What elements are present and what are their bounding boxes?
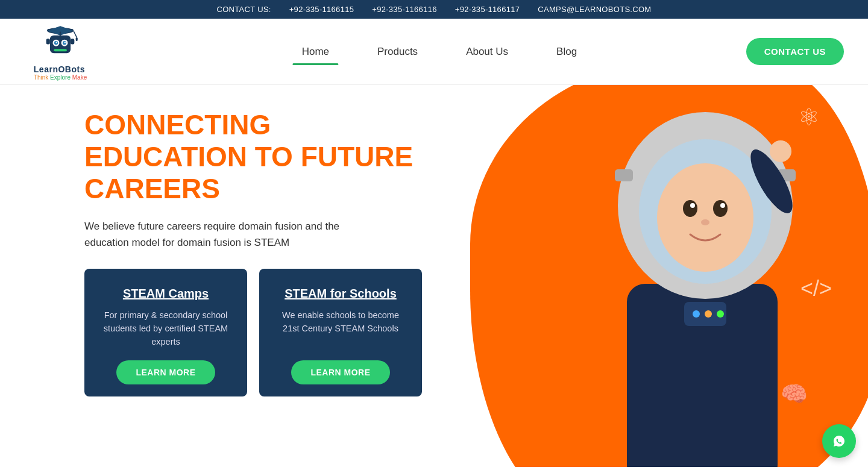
svg-point-25 <box>720 203 725 208</box>
nav-home[interactable]: Home <box>278 40 353 64</box>
svg-rect-27 <box>615 169 633 181</box>
hero-subtext: We believe future careers require domain… <box>84 218 386 251</box>
logo-icon <box>36 22 84 64</box>
svg-point-21 <box>657 163 753 272</box>
card-2-desc: We enable schools to become 21st Century… <box>274 309 407 336</box>
nav-blog[interactable]: Blog <box>532 40 601 64</box>
svg-point-32 <box>693 310 700 318</box>
logo[interactable]: LearnOBots Think Explore Make <box>24 22 96 81</box>
svg-point-22 <box>683 200 697 217</box>
nav-products[interactable]: Products <box>353 40 442 64</box>
card-1-desc: For primary & secondary school students … <box>99 309 233 348</box>
svg-rect-13 <box>54 49 67 51</box>
logo-tagline: Think Explore Make <box>34 74 87 81</box>
card-1-title: STEAM Camps <box>99 287 233 301</box>
contact-us-button[interactable]: CONTACT US <box>746 38 844 65</box>
svg-point-26 <box>701 219 709 225</box>
top-bar: CONTACT US: +92-335-1166115 +92-335-1166… <box>0 0 868 19</box>
tagline-explore: Explore <box>50 74 71 81</box>
phone-2: +92-335-1166116 <box>372 5 437 14</box>
svg-point-34 <box>717 310 724 318</box>
svg-rect-5 <box>76 37 78 41</box>
left-panel: CONNECTING EDUCATION TO FUTURE CAREERS W… <box>0 85 458 467</box>
card-1-learn-more[interactable]: LEARN MORE <box>116 360 215 384</box>
steam-schools-card: STEAM for Schools We enable schools to b… <box>259 269 422 396</box>
hero-image-area: 🚀 ⚛ 🌐 🛰 </> 🧠 🛸 ☁ <box>434 85 868 467</box>
hero-child-illustration <box>567 85 844 467</box>
svg-point-30 <box>770 140 791 162</box>
phone-1: +92-335-1166115 <box>289 5 354 14</box>
svg-point-23 <box>713 200 728 217</box>
card-2-title: STEAM for Schools <box>274 287 407 301</box>
svg-point-33 <box>705 310 712 318</box>
email: CAMPS@LEARNOBOTS.COM <box>538 5 651 14</box>
header: LearnOBots Think Explore Make Home Produ… <box>0 19 868 85</box>
hero-headline: CONNECTING EDUCATION TO FUTURE CAREERS <box>84 109 422 205</box>
tagline-think: Think <box>34 74 48 81</box>
svg-rect-15 <box>46 39 50 44</box>
svg-rect-16 <box>71 39 74 44</box>
cards-row: STEAM Camps For primary & secondary scho… <box>84 269 422 396</box>
main-nav: Home Products About Us Blog <box>145 40 734 64</box>
svg-point-11 <box>56 42 57 43</box>
phone-3: +92-335-1166117 <box>455 5 520 14</box>
whatsapp-button[interactable] <box>822 424 856 458</box>
contact-label: CONTACT US: <box>217 5 271 14</box>
svg-line-4 <box>74 31 77 37</box>
svg-point-24 <box>690 203 695 208</box>
steam-camps-card: STEAM Camps For primary & secondary scho… <box>84 269 247 396</box>
svg-point-12 <box>64 42 66 43</box>
card-2-learn-more[interactable]: LEARN MORE <box>291 360 389 384</box>
nav-about[interactable]: About Us <box>442 40 532 64</box>
tagline-make: Make <box>72 74 87 81</box>
whatsapp-icon <box>829 431 849 451</box>
main-content: CONNECTING EDUCATION TO FUTURE CAREERS W… <box>0 85 868 467</box>
logo-name: LearnOBots <box>34 64 87 74</box>
